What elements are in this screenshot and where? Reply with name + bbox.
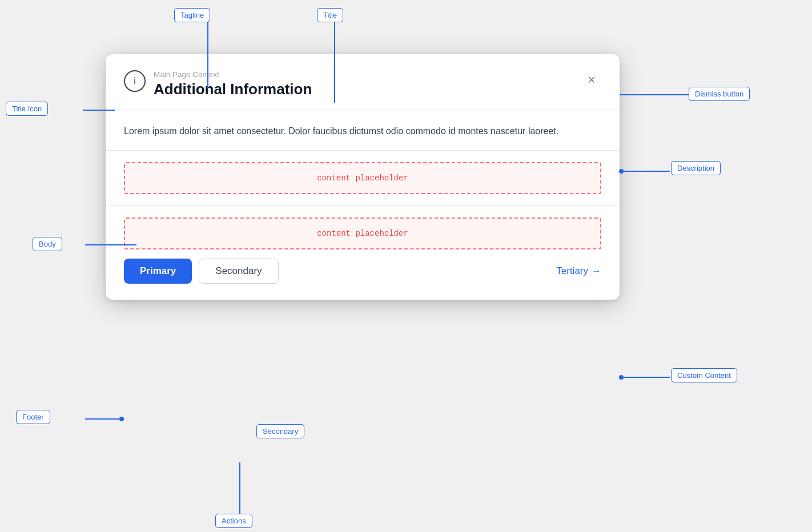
title-icon-line bbox=[83, 110, 115, 111]
annotation-custom-content: Custom Content bbox=[671, 368, 737, 382]
body-content-placeholder: content placeholder bbox=[124, 162, 601, 194]
dismiss-line bbox=[620, 94, 689, 95]
modal-header-top: i Main Page Context Additional Informati… bbox=[124, 70, 601, 98]
tagline-line bbox=[207, 20, 208, 88]
footer-line bbox=[85, 418, 119, 420]
info-icon-symbol: i bbox=[134, 76, 136, 86]
annotation-title: Title bbox=[317, 8, 343, 22]
description-line bbox=[620, 171, 670, 172]
annotation-body: Body bbox=[33, 237, 62, 251]
modal-body: content placeholder bbox=[106, 151, 620, 205]
modal-header: i Main Page Context Additional Informati… bbox=[106, 54, 620, 110]
modal-actions: Primary Secondary Tertiary → bbox=[124, 259, 601, 284]
footer-dot bbox=[119, 417, 124, 421]
title-icon: i bbox=[124, 70, 146, 92]
annotation-description: Description bbox=[671, 161, 721, 175]
modal-title-area: Main Page Context Additional Information bbox=[154, 70, 601, 98]
annotation-footer: Footer bbox=[16, 410, 50, 424]
custom-content-line bbox=[620, 377, 670, 378]
tertiary-button-label: Tertiary bbox=[556, 265, 588, 277]
annotation-actions: Actions bbox=[215, 514, 252, 528]
annotation-secondary: Secondary bbox=[256, 424, 304, 438]
modal-card: i Main Page Context Additional Informati… bbox=[106, 54, 620, 300]
modal-tagline: Main Page Context bbox=[154, 70, 601, 79]
actions-line bbox=[239, 462, 240, 514]
description-text: Lorem ipsum dolor sit amet consectetur. … bbox=[124, 124, 601, 139]
tertiary-arrow-icon: → bbox=[592, 265, 601, 277]
body-line bbox=[85, 244, 136, 245]
dismiss-button[interactable]: × bbox=[582, 70, 601, 90]
footer-custom-content: content placeholder bbox=[124, 217, 601, 249]
footer-content-placeholder: content placeholder bbox=[124, 217, 601, 249]
modal-title: Additional Information bbox=[154, 80, 601, 98]
modal-footer: content placeholder Primary Secondary Te… bbox=[106, 206, 620, 300]
tertiary-button[interactable]: Tertiary → bbox=[556, 265, 601, 277]
annotation-tagline: Tagline bbox=[174, 8, 210, 22]
primary-button[interactable]: Primary bbox=[124, 259, 192, 284]
title-line bbox=[334, 20, 335, 103]
description-dot bbox=[619, 169, 624, 174]
annotation-dismiss: Dismiss button bbox=[689, 87, 750, 101]
modal-description: Lorem ipsum dolor sit amet consectetur. … bbox=[106, 110, 620, 151]
custom-content-dot bbox=[619, 375, 624, 380]
secondary-button[interactable]: Secondary bbox=[199, 259, 278, 284]
annotation-title-icon: Title Icon bbox=[6, 102, 48, 116]
